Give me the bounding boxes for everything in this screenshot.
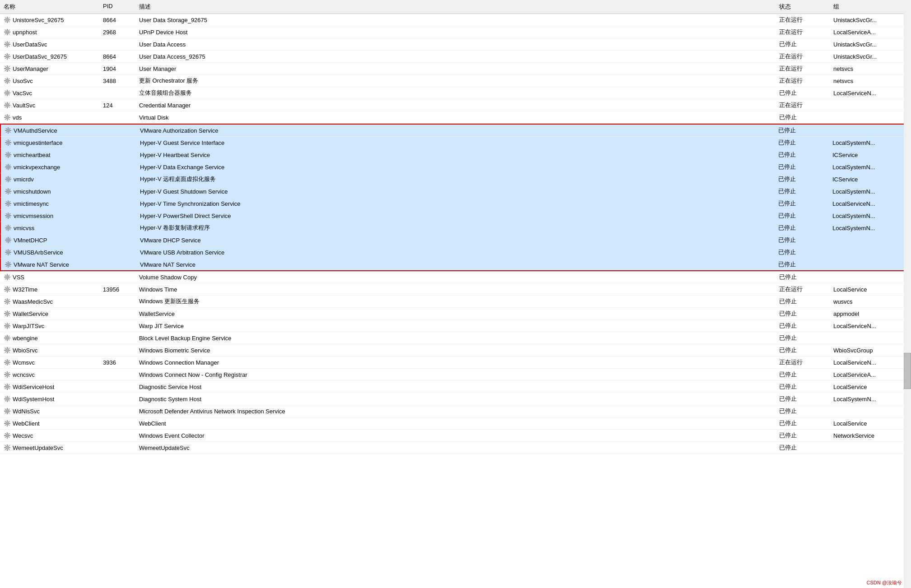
svg-rect-215 — [9, 277, 10, 278]
svg-rect-64 — [4, 93, 5, 93]
scrollbar-track[interactable] — [904, 0, 911, 588]
service-group: LocalService — [830, 285, 911, 294]
service-desc: Diagnostic Service Host — [135, 383, 776, 391]
table-body[interactable]: UnistoreSvc_926758664User Data Storage_9… — [0, 14, 911, 588]
table-row[interactable]: WdiSystemHostDiagnostic System Host已停止Lo… — [0, 393, 911, 405]
table-row[interactable]: VSSVolume Shadow Copy已停止 — [0, 271, 911, 283]
svg-rect-102 — [8, 139, 9, 141]
table-row[interactable]: vmicvssHyper-V 卷影复制请求程序已停止LocalSystemN..… — [0, 222, 911, 234]
svg-rect-296 — [5, 372, 6, 374]
svg-rect-179 — [9, 229, 11, 231]
table-row[interactable]: UserManager1904User Manager正在运行netsvcs — [0, 63, 911, 75]
table-row[interactable]: UnistoreSvc_926758664User Data Storage_9… — [0, 14, 911, 26]
svg-rect-82 — [7, 114, 8, 116]
table-row[interactable]: Wcmsvc3936Windows Connection Manager正在运行… — [0, 357, 911, 369]
svg-rect-257 — [9, 324, 10, 325]
svg-rect-339 — [9, 425, 10, 426]
table-row[interactable]: VacSvc立体音频组合器服务已停止LocalServiceN... — [0, 87, 911, 99]
table-row[interactable]: WdNisSvcMicrosoft Defender Antivirus Net… — [0, 405, 911, 417]
svg-rect-323 — [7, 413, 8, 414]
svg-rect-279 — [9, 352, 10, 353]
table-row[interactable]: WbioSrvcWindows Biometric Service已停止Wbio… — [0, 344, 911, 357]
svg-rect-139 — [9, 181, 11, 182]
service-pid — [99, 43, 135, 45]
svg-rect-343 — [7, 437, 8, 439]
service-name: WdiServiceHost — [13, 384, 54, 390]
table-row[interactable]: vmicheartbeatHyper-V Heartbeat Service已停… — [0, 149, 911, 161]
svg-rect-186 — [5, 238, 7, 239]
service-name-cell: vmickvpexchange — [1, 162, 100, 172]
service-name-cell: UserDataSvc — [0, 40, 99, 49]
table-row[interactable]: UserDataSvcUser Data Access已停止UnistackSv… — [0, 38, 911, 51]
svg-rect-306 — [5, 384, 6, 386]
table-row[interactable]: vdsVirtual Disk已停止 — [0, 111, 911, 124]
svg-point-241 — [7, 313, 8, 315]
svg-rect-14 — [4, 32, 5, 32]
table-row[interactable]: VMware NAT ServiceVMware NAT Service已停止 — [0, 259, 911, 271]
table-row[interactable]: vmicshutdownHyper-V Guest Shutdown Servi… — [0, 185, 911, 198]
svg-point-301 — [7, 386, 8, 388]
table-row[interactable]: WalletServiceWalletService已停止appmodel — [0, 308, 911, 320]
table-row[interactable]: W32Time13956Windows Time正在运行LocalService — [0, 283, 911, 296]
service-name-cell: W32Time — [0, 285, 99, 294]
table-row[interactable]: vmictimesyncHyper-V Time Synchronization… — [0, 198, 911, 210]
table-row[interactable]: VaultSvc124Credential Manager正在运行 — [0, 99, 911, 111]
svg-rect-58 — [5, 82, 6, 83]
svg-rect-256 — [5, 324, 6, 325]
service-group — [830, 447, 911, 449]
table-row[interactable]: VMAuthdServiceVMware Authorization Servi… — [0, 124, 911, 137]
svg-rect-245 — [9, 313, 10, 314]
service-group: LocalSystemN... — [829, 224, 910, 232]
service-pid — [99, 447, 135, 449]
table-row[interactable]: vmicrdvHyper-V 远程桌面虚拟化服务已停止ICService — [0, 173, 911, 185]
table-row[interactable]: WemeetUpdateSvcWemeetUpdateSvc已停止 — [0, 442, 911, 454]
table-row[interactable]: vmicguestinterfaceHyper-V Guest Service … — [0, 137, 911, 149]
svg-rect-314 — [4, 398, 5, 399]
svg-rect-309 — [9, 388, 10, 389]
service-name: vmicshutdown — [14, 188, 51, 195]
svg-rect-155 — [10, 203, 11, 204]
table-row[interactable]: wcncsvcWindows Connect Now - Config Regi… — [0, 369, 911, 381]
table-row[interactable]: vmickvpexchangeHyper-V Data Exchange Ser… — [0, 161, 911, 173]
table-row[interactable]: vmicvmsessionHyper-V PowerShell Direct S… — [0, 210, 911, 222]
table-row[interactable]: WebClientWebClient已停止LocalService — [0, 417, 911, 430]
table-row[interactable]: UserDataSvc_926758664User Data Access_92… — [0, 51, 911, 63]
service-status: 已停止 — [776, 88, 830, 98]
service-desc: WebClient — [135, 419, 776, 428]
svg-rect-146 — [5, 189, 7, 190]
scrollbar-thumb[interactable] — [904, 353, 911, 389]
table-row[interactable]: WaasMedicSvcWindows 更新医生服务已停止wusvcs — [0, 296, 911, 308]
service-desc: WemeetUpdateSvc — [135, 444, 776, 452]
svg-rect-133 — [8, 181, 9, 182]
table-row[interactable]: WecsvcWindows Event Collector已停止NetworkS… — [0, 430, 911, 442]
service-name-cell: wbengine — [0, 333, 99, 343]
service-desc: Windows Connect Now - Config Registrar — [135, 370, 776, 379]
svg-rect-346 — [5, 433, 6, 435]
service-status: 已停止 — [776, 321, 830, 331]
svg-point-341 — [7, 435, 8, 436]
table-row[interactable]: VMUSBArbServiceVMware USB Arbitration Se… — [0, 246, 911, 259]
header-desc: 描述 — [135, 2, 776, 12]
svg-rect-333 — [7, 425, 8, 426]
svg-rect-129 — [9, 168, 11, 170]
service-desc: User Data Access_92675 — [135, 52, 776, 61]
table-row[interactable]: upnphost2968UPnP Device Host正在运行LocalSer… — [0, 26, 911, 38]
svg-rect-45 — [9, 68, 10, 69]
table-row[interactable]: VMnetDHCPVMware DHCP Service已停止 — [0, 234, 911, 246]
svg-rect-35 — [9, 56, 10, 57]
table-row[interactable]: WarpJITSvcWarp JIT Service已停止LocalServic… — [0, 320, 911, 332]
table-row[interactable]: WdiServiceHostDiagnostic Service Host已停止… — [0, 381, 911, 393]
table-row[interactable]: wbengineBlock Level Backup Engine Servic… — [0, 332, 911, 344]
header-group: 组 — [830, 2, 911, 12]
svg-point-91 — [8, 130, 9, 131]
svg-rect-188 — [5, 241, 7, 243]
svg-rect-318 — [5, 400, 6, 402]
service-name: WemeetUpdateSvc — [13, 444, 63, 451]
service-status: 已停止 — [776, 394, 830, 404]
service-name: VMnetDHCP — [14, 237, 47, 244]
service-icon — [4, 53, 13, 60]
svg-rect-72 — [7, 102, 8, 103]
service-desc: Diagnostic System Host — [135, 395, 776, 403]
service-icon — [4, 359, 13, 366]
table-row[interactable]: UsoSvc3488更新 Orchestrator 服务正在运行netsvcs — [0, 75, 911, 87]
